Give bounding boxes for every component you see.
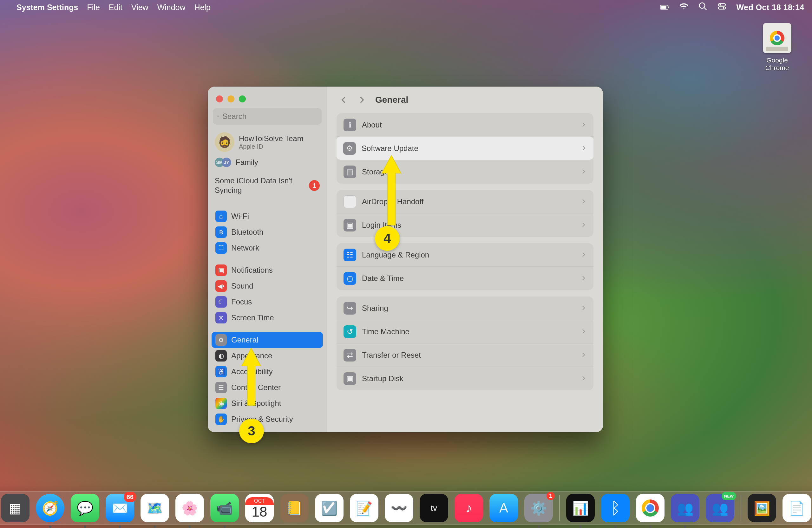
menubar-item-file[interactable]: File — [87, 3, 100, 12]
privacy-icon: ✋ — [215, 413, 227, 425]
bluetooth-icon: ฿ — [215, 226, 227, 238]
dock-messages[interactable]: 💬 — [71, 494, 99, 522]
content-header: General — [327, 87, 603, 113]
sidebar-item-appearance[interactable]: ◐Appearance — [212, 348, 323, 364]
dock-calendar[interactable]: OCT18 — [245, 494, 274, 522]
dock-maps[interactable]: 🗺️ — [141, 494, 169, 522]
sidebar-item-general[interactable]: ⚙General — [212, 332, 323, 348]
content-row-sharing[interactable]: ↪Sharing — [336, 296, 593, 320]
lang-icon: ☷ — [344, 249, 356, 261]
sidebar-item-network[interactable]: ☷Network — [212, 240, 323, 256]
content-row-airdrop[interactable]: ◎AirDrop & Handoff — [336, 190, 593, 214]
sidebar-item-label: Bluetooth — [231, 228, 263, 237]
dock-notes[interactable]: 📝 — [350, 494, 378, 522]
storage-icon: ▤ — [344, 165, 356, 178]
sidebar-item-screentime[interactable]: ⧖Screen Time — [212, 310, 323, 326]
menubar-item-window[interactable]: Window — [157, 3, 186, 12]
airdrop-icon: ◎ — [344, 195, 356, 208]
sidebar-item-focus[interactable]: ☾Focus — [212, 294, 323, 310]
svg-point-9 — [218, 116, 219, 117]
control-center-icon[interactable] — [717, 2, 727, 13]
dock-freeform[interactable]: 〰️ — [385, 494, 413, 522]
dock-recent-2[interactable]: 📄 — [783, 494, 811, 522]
window-controls — [208, 91, 327, 108]
sharing-icon: ↪ — [344, 302, 356, 314]
content-row-transfer[interactable]: ⇄Transfer or Reset — [336, 343, 593, 367]
battery-icon[interactable] — [660, 2, 670, 12]
annotation-step-3: 3 — [239, 419, 264, 443]
dock-music[interactable]: ♪ — [454, 494, 483, 522]
transfer-icon: ⇄ — [344, 349, 356, 362]
dock-recent-1[interactable]: 🖼️ — [748, 494, 776, 522]
sidebar-item-label: General — [231, 336, 258, 344]
menubar-item-edit[interactable]: Edit — [109, 3, 122, 12]
sidebar-family[interactable]: SMJY Family — [208, 155, 327, 172]
annotation-step-4: 4 — [375, 226, 400, 251]
dock-teams[interactable]: 👥 — [671, 494, 699, 522]
dock-bluetooth[interactable]: ᛒ — [601, 494, 629, 522]
dock-photos[interactable]: 🌸 — [175, 494, 204, 522]
siri-icon: ◉ — [215, 398, 227, 409]
search-field[interactable] — [213, 108, 322, 124]
dock-teams-new[interactable]: 👥NEW — [706, 494, 734, 522]
content-row-about[interactable]: ℹAbout — [336, 113, 593, 137]
account-avatar: 🧔 — [215, 132, 234, 152]
search-input[interactable] — [222, 112, 317, 121]
sidebar-item-bluetooth[interactable]: ฿Bluetooth — [212, 224, 323, 240]
window-minimize-button[interactable] — [228, 96, 234, 102]
notifications-icon: ▣ — [215, 264, 227, 276]
sidebar-item-privacy[interactable]: ✋Privacy & Security — [212, 411, 323, 427]
menubar-app-name[interactable]: System Settings — [16, 3, 78, 12]
chevron-right-icon — [581, 221, 586, 230]
sidebar-item-siri[interactable]: ◉Siri & Spotlight — [212, 395, 323, 411]
content-row-software-update[interactable]: ⚙Software Update — [336, 137, 593, 160]
network-icon: ☷ — [215, 242, 227, 254]
nav-back-button[interactable] — [338, 94, 350, 106]
window-close-button[interactable] — [216, 96, 223, 102]
dock-activity-monitor[interactable]: 📊 — [566, 494, 595, 522]
chevron-right-icon — [581, 304, 586, 313]
dock-chrome[interactable] — [636, 494, 665, 522]
desktop-icon-chrome[interactable]: Google Chrome — [755, 23, 799, 72]
sound-icon: ◀• — [215, 280, 227, 292]
sidebar-item-wifi[interactable]: ⌂Wi-Fi — [212, 208, 323, 224]
desktop-icon-label: Google Chrome — [755, 56, 799, 72]
dock-appstore[interactable]: A — [490, 494, 518, 522]
dock-contacts[interactable]: 📒 — [280, 494, 309, 522]
account-subtitle: Apple ID — [239, 143, 304, 150]
sidebar-item-label: Screen Time — [231, 313, 274, 322]
sidebar-item-sound[interactable]: ◀•Sound — [212, 278, 323, 294]
sync-text: Some iCloud Data Isn't Syncing — [215, 176, 297, 195]
sidebar-icloud-sync[interactable]: Some iCloud Data Isn't Syncing 1 — [208, 172, 327, 201]
dock-separator-2 — [741, 495, 741, 521]
menubar-item-view[interactable]: View — [131, 3, 148, 12]
menubar-item-help[interactable]: Help — [194, 3, 211, 12]
dock-safari[interactable]: 🧭 — [36, 494, 64, 522]
sidebar-item-notifications[interactable]: ▣Notifications — [212, 262, 323, 278]
content-row-label: Software Update — [362, 144, 418, 153]
content-row-datetime[interactable]: ◴Date & Time — [336, 267, 593, 290]
content-row-timemachine[interactable]: ↺Time Machine — [336, 320, 593, 343]
sidebar-item-controlcenter[interactable]: ☰Control Center — [212, 380, 323, 395]
dock-tv[interactable]: tv — [420, 494, 448, 522]
content-title: General — [375, 95, 408, 105]
wifi-icon[interactable] — [679, 2, 688, 13]
dock-launchpad[interactable]: ▦ — [1, 494, 29, 522]
content-row-label: Time Machine — [362, 327, 409, 336]
content-row-startup[interactable]: ▣Startup Disk — [336, 367, 593, 390]
sidebar-item-label: Notifications — [231, 266, 273, 275]
sidebar-item-accessibility[interactable]: ♿Accessibility — [212, 364, 323, 380]
content-row-storage[interactable]: ▤Storage — [336, 160, 593, 184]
spotlight-icon[interactable] — [698, 2, 708, 13]
sidebar-account[interactable]: 🧔 HowToiSolve Team Apple ID — [208, 129, 327, 155]
dock-settings[interactable]: ⚙️1 — [524, 494, 553, 522]
dock-reminders[interactable]: ☑️ — [315, 494, 344, 522]
content-row-label: Sharing — [362, 304, 388, 313]
window-maximize-button[interactable] — [239, 96, 246, 102]
settings-badge: 1 — [547, 492, 555, 500]
dock-facetime[interactable]: 📹 — [210, 494, 239, 522]
menubar-datetime[interactable]: Wed Oct 18 18:14 — [736, 3, 804, 12]
focus-icon: ☾ — [215, 296, 227, 308]
nav-forward-button[interactable] — [356, 94, 368, 106]
dock-mail[interactable]: ✉️66 — [106, 494, 134, 522]
